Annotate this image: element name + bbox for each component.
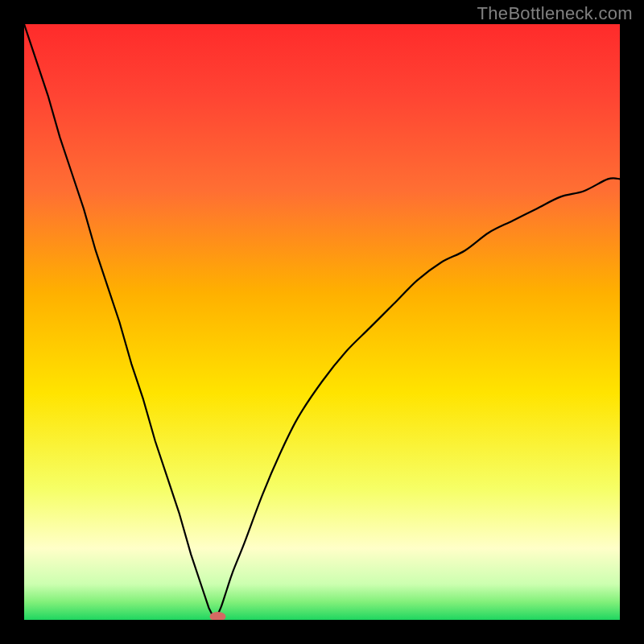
chart-plot-area <box>24 24 620 620</box>
chart-frame: TheBottleneck.com <box>0 0 644 644</box>
bottleneck-curve <box>24 24 620 620</box>
chart-curve-layer <box>24 24 620 620</box>
watermark-text: TheBottleneck.com <box>477 3 633 24</box>
